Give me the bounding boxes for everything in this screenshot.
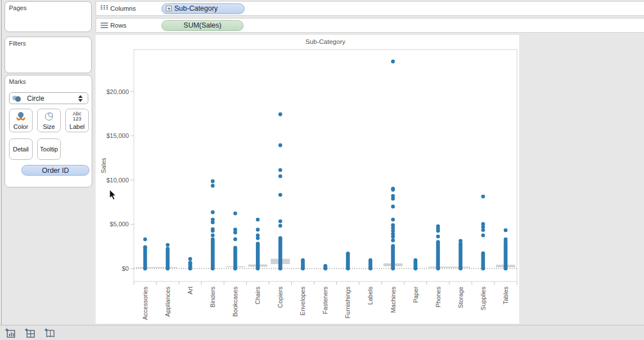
y-axis-title: Sales [100,158,107,173]
pages-shelf[interactable]: Pages [4,1,92,32]
sum-sales-pill-label: SUM(Sales) [183,21,221,29]
x-category-label: Binders [209,287,216,308]
spinner-arrows-icon[interactable] [76,95,85,102]
worksheet: Sub-Category $0$5,000$10,000$15,000$20,0… [96,35,519,324]
x-category-label: Paper [412,287,419,303]
data-point[interactable] [481,234,485,238]
y-tick-label: $10,000 [106,177,129,184]
data-point[interactable] [391,239,395,243]
rows-shelf[interactable]: Rows SUM(Sales) [96,18,644,33]
label-button-label: Label [70,123,85,130]
tooltip-button[interactable]: Tooltip [37,138,61,160]
mark-type-dropdown[interactable]: Circle [9,92,88,104]
data-point[interactable] [436,235,440,239]
x-category-label: Bookcases [232,287,238,317]
y-tick-label: $20,000 [106,88,129,95]
y-tick-label: $15,000 [106,132,129,139]
data-point[interactable] [481,252,485,256]
data-point[interactable] [166,247,170,251]
expand-icon[interactable] [166,6,172,11]
data-point[interactable] [391,60,395,64]
mark-type-value: Circle [25,95,76,102]
data-point[interactable] [391,244,395,248]
data-point[interactable] [391,218,395,222]
data-point[interactable] [481,195,485,199]
x-category-label: Fasteners [322,287,328,314]
data-point[interactable] [211,229,215,233]
data-point[interactable] [278,144,282,147]
data-point[interactable] [278,220,282,223]
data-point[interactable] [391,188,395,192]
y-tick-label: $5,000 [110,221,129,227]
order-id-pill-label: Order ID [42,167,69,175]
x-category-label: Chairs [254,287,261,305]
data-point[interactable] [256,228,260,232]
x-category-label: Supplies [480,287,487,311]
data-point[interactable] [436,229,440,233]
data-point[interactable] [346,252,350,256]
data-point[interactable] [188,257,192,261]
data-point[interactable] [166,243,170,247]
color-button[interactable]: Color [9,109,33,132]
x-category-label: Tables [502,287,509,305]
data-point[interactable] [256,242,260,246]
data-point[interactable] [278,113,282,117]
marks-label: Marks [5,75,92,85]
x-category-label: Phones [435,287,442,308]
data-point[interactable] [504,229,508,232]
new-story-button[interactable] [44,328,56,338]
x-category-label: Machines [390,287,397,314]
rows-icon [101,22,108,29]
data-point[interactable] [368,258,372,262]
new-dashboard-button[interactable] [25,328,36,338]
data-point[interactable] [481,228,485,232]
data-point[interactable] [256,236,260,240]
data-point[interactable] [413,258,417,262]
data-point[interactable] [211,180,215,184]
rows-shelf-label: Rows [110,22,144,29]
sub-category-pill[interactable]: Sub-Category [161,3,245,14]
data-point[interactable] [278,236,282,240]
data-point[interactable] [233,238,237,241]
data-point[interactable] [188,261,192,265]
data-point[interactable] [278,224,282,228]
data-point[interactable] [323,264,327,268]
data-point[interactable] [233,231,237,235]
data-point[interactable] [436,240,440,244]
data-point[interactable] [233,212,237,216]
x-category-label: Art [187,287,193,294]
data-point[interactable] [233,246,237,250]
new-worksheet-button[interactable] [5,328,16,338]
data-point[interactable] [211,234,215,238]
data-point[interactable] [143,245,147,249]
order-id-pill[interactable]: Order ID [21,165,89,176]
data-point[interactable] [211,211,215,214]
data-point[interactable] [211,221,215,225]
data-point[interactable] [211,238,215,241]
data-point[interactable] [211,184,215,188]
x-category-label: Storage [457,287,464,308]
chart[interactable]: $0$5,000$10,000$15,000$20,000SalesAccess… [96,35,519,324]
detail-button[interactable]: Detail [9,138,33,160]
columns-shelf[interactable]: Columns Sub-Category [96,1,644,16]
data-point[interactable] [504,239,508,243]
x-category-label: Furnishings [344,287,351,319]
data-point[interactable] [301,258,305,262]
data-point[interactable] [278,193,282,197]
data-point[interactable] [458,239,462,243]
circle-marks-icon [12,95,25,102]
x-category-label: Copiers [277,287,283,308]
label-button[interactable]: Abc 123 Label [65,109,89,132]
data-point[interactable] [278,175,282,178]
size-button[interactable]: Size [37,109,61,132]
data-point[interactable] [278,168,282,172]
transition-bar [429,267,470,268]
color-icon [10,111,32,122]
data-point[interactable] [256,218,260,222]
data-point[interactable] [143,238,147,241]
filters-shelf[interactable]: Filters [4,37,92,73]
data-point[interactable] [391,197,395,201]
data-point[interactable] [391,235,395,239]
data-point[interactable] [391,205,395,209]
sum-sales-pill[interactable]: SUM(Sales) [161,20,244,31]
